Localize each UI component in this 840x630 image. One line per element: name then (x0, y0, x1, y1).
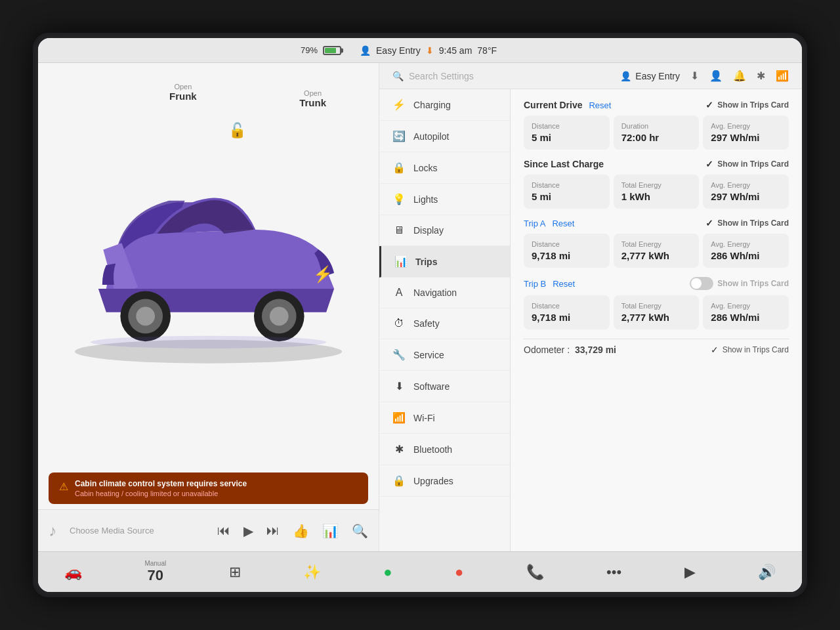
sidebar-item-software[interactable]: ⬇ Software (379, 371, 510, 402)
prev-button[interactable]: ⏮ (217, 523, 230, 538)
trips-label: Trips (415, 257, 437, 267)
trip-a-avg-energy: Avg. Energy 286 Wh/mi (703, 234, 789, 268)
display-icon: 🖥 (392, 224, 406, 236)
trip-a-show-label: Show in Trips Card (717, 219, 789, 228)
sidebar-item-autopilot[interactable]: 🔄 Autopilot (379, 121, 510, 152)
charge-icon-status: ⬇ (426, 45, 434, 56)
sidebar-item-service[interactable]: 🔧 Service (379, 339, 510, 371)
car-icon-taskbar: 🚗 (64, 564, 82, 581)
trip-a-show-check[interactable]: ✓ Show in Trips Card (705, 218, 789, 228)
since-last-charge-checkmark: ✓ (705, 159, 713, 169)
sidebar-item-wifi[interactable]: 📶 Wi-Fi (379, 402, 510, 434)
temp-mode-label: Manual (144, 560, 166, 567)
radio-icon: ● (455, 564, 463, 581)
taskbar-volume[interactable]: 🔊 (758, 564, 776, 581)
since-last-charge-show-check[interactable]: ✓ Show in Trips Card (705, 159, 789, 169)
locks-icon: 🔒 (392, 161, 406, 174)
since-last-charge-section: Since Last Charge ✓ Show in Trips Card (524, 159, 789, 169)
taskbar-radio[interactable]: ● (455, 564, 463, 581)
sidebar-item-navigation[interactable]: A Navigation (379, 278, 510, 308)
sidebar-item-trips[interactable]: 📊 Trips (379, 246, 510, 278)
taskbar-car[interactable]: 🚗 (64, 564, 82, 581)
taskbar-apps[interactable]: ⊞ (229, 564, 241, 581)
temp-control[interactable]: Manual 70 (144, 560, 166, 584)
current-drive-checkmark: ✓ (705, 100, 713, 110)
person-icon-header[interactable]: 👤 (709, 70, 723, 82)
taskbar-more[interactable]: ••• (606, 564, 621, 581)
bell-icon-header[interactable]: 🔔 (733, 70, 746, 82)
taskbar-spotify[interactable]: ● (383, 564, 392, 581)
temp-value-label: 70 (148, 567, 163, 584)
trunk-label: Open Trunk (299, 89, 326, 108)
equalizer-icon[interactable]: 📊 (322, 523, 339, 539)
profile-name-header: Easy Entry (635, 71, 680, 81)
battery-percentage: 79% (301, 45, 318, 55)
signal-icon-header[interactable]: 📶 (776, 70, 789, 82)
search-placeholder: Search Settings (409, 71, 474, 81)
current-drive-title: Current Drive (524, 100, 582, 110)
current-drive-reset[interactable]: Reset (589, 100, 611, 110)
service-label: Service (413, 350, 444, 360)
sidebar-item-lights[interactable]: 💡 Lights (379, 184, 510, 215)
bluetooth-label: Bluetooth (413, 444, 452, 455)
bluetooth-icon-header[interactable]: ✱ (757, 70, 765, 82)
status-bar: 79% 👤 Easy Entry ⬇ 9:45 am 78°F (38, 38, 802, 63)
safety-icon: ⏱ (392, 318, 406, 329)
media-controls[interactable]: ⏮ ▶ ⏭ 👍 📊 🔍 (217, 523, 368, 539)
lights-icon: 💡 (392, 193, 406, 205)
odometer-show-check[interactable]: ✓ Show in Trips Card (711, 345, 789, 355)
sidebar-item-bluetooth[interactable]: ✱ Bluetooth (379, 434, 510, 465)
sidebar-item-safety[interactable]: ⏱ Safety (379, 308, 510, 339)
trip-b-reset[interactable]: Reset (553, 279, 575, 289)
trip-b-toggle[interactable] (690, 277, 713, 290)
sidebar-item-display[interactable]: 🖥 Display (379, 215, 510, 246)
warning-banner: ⚠ Cabin climate control system requires … (49, 472, 368, 504)
current-drive-show-check[interactable]: ✓ Show in Trips Card (705, 100, 789, 110)
temp-display-status: 78°F (477, 45, 497, 56)
trip-b-section: Trip B Reset Show in Trips Card (524, 277, 789, 290)
next-button[interactable]: ⏭ (266, 523, 280, 538)
profile-section-header[interactable]: 👤 Easy Entry (620, 71, 680, 81)
volume-icon: 🔊 (758, 564, 776, 581)
taskbar: 🚗 Manual 70 ⊞ ✨ ● ● 📞 ••• (38, 551, 802, 592)
autopilot-icon: 🔄 (392, 130, 406, 142)
trip-b-stats: Distance 9,718 mi Total Energy 2,777 kWh… (524, 295, 789, 329)
current-drive-distance: Distance 5 mi (524, 116, 610, 150)
download-icon-header[interactable]: ⬇ (690, 70, 699, 82)
header-icons: 👤 Easy Entry ⬇ 👤 🔔 ✱ 📶 (620, 70, 789, 82)
sidebar-item-upgrades[interactable]: 🔒 Upgrades (379, 465, 510, 497)
charging-icon: ⚡ (392, 98, 406, 111)
wifi-icon: 📶 (392, 411, 406, 424)
search-media-button[interactable]: 🔍 (352, 523, 368, 539)
svg-point-3 (136, 306, 155, 326)
lock-icon: 🔓 (228, 122, 246, 139)
trip-b-avg-energy: Avg. Energy 286 Wh/mi (703, 295, 789, 329)
navigation-icon: A (392, 287, 406, 299)
navigation-label: Navigation (413, 287, 457, 298)
taskbar-phone[interactable]: 📞 (526, 564, 544, 581)
taskbar-sparkles[interactable]: ✨ (303, 564, 321, 581)
trip-a-reset[interactable]: Reset (552, 219, 574, 228)
play-button[interactable]: ▶ (243, 523, 253, 539)
apps-icon: ⊞ (229, 564, 241, 581)
sidebar-item-charging[interactable]: ⚡ Charging (379, 89, 510, 121)
taskbar-media[interactable]: ▶ (684, 564, 696, 581)
search-icon: 🔍 (392, 71, 404, 81)
trip-b-show-check[interactable]: Show in Trips Card (690, 277, 789, 290)
nav-menu: ⚡ Charging 🔄 Autopilot 🔒 Locks 💡 (379, 89, 511, 551)
battery-icon (323, 46, 341, 55)
trip-b-distance: Distance 9,718 mi (524, 295, 610, 329)
like-button[interactable]: 👍 (293, 523, 309, 539)
safety-label: Safety (413, 318, 440, 329)
spotify-icon: ● (383, 564, 392, 581)
trips-content: Current Drive Reset ✓ Show in Trips Card… (511, 89, 802, 551)
bolt-icon: ⚡ (313, 265, 333, 284)
search-bar[interactable]: 🔍 Search Settings (392, 71, 620, 81)
svg-point-7 (91, 336, 326, 348)
service-icon: 🔧 (392, 348, 406, 361)
wifi-label: Wi-Fi (413, 413, 435, 423)
odometer-checkmark: ✓ (711, 345, 719, 355)
sidebar-item-locks[interactable]: 🔒 Locks (379, 152, 510, 184)
trip-b-total-energy: Total Energy 2,777 kWh (614, 295, 700, 329)
odometer-value: 33,729 mi (575, 345, 616, 355)
